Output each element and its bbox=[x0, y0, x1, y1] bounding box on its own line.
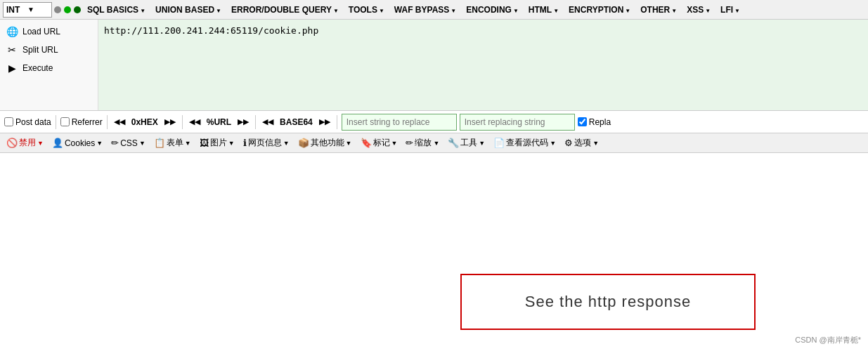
url-container bbox=[98, 20, 868, 110]
options-label: 选项 bbox=[574, 137, 591, 149]
sidebar: 🌐 Load URL ✂ Split URL ▶ Execute bbox=[0, 20, 98, 110]
execute-label: Execute bbox=[22, 63, 53, 73]
browser-btn-css[interactable]: ✏ CSS ▼ bbox=[108, 136, 149, 150]
dot-gray bbox=[54, 6, 61, 13]
marks-icon: 🔖 bbox=[361, 138, 372, 148]
forms-arrow: ▼ bbox=[185, 140, 191, 147]
options-bar: Post data Referrer ◀◀ 0xHEX ▶▶ ◀◀ %URL ▶… bbox=[0, 111, 868, 133]
hex-label: 0xHEX bbox=[130, 117, 160, 127]
menu-waf-bypass[interactable]: WAF BYPASS bbox=[390, 4, 460, 16]
browser-btn-zoom[interactable]: ✏ 缩放 ▼ bbox=[402, 135, 443, 150]
options-icon: ⚙ bbox=[564, 138, 573, 148]
marks-label: 标记 bbox=[373, 137, 390, 149]
browser-btn-viewsource[interactable]: 📄 查看源代码 ▼ bbox=[490, 135, 559, 150]
url-left-arrow-icon: ◀◀ bbox=[189, 117, 200, 126]
forms-label: 表单 bbox=[167, 137, 183, 149]
replace-checkbox-label[interactable]: Repla bbox=[578, 117, 611, 127]
browser-btn-options[interactable]: ⚙ 选项 ▼ bbox=[561, 135, 602, 150]
browser-btn-tools[interactable]: 🔧 工具 ▼ bbox=[444, 135, 488, 150]
replace-checkbox[interactable] bbox=[578, 117, 587, 126]
browser-btn-marks[interactable]: 🔖 标记 ▼ bbox=[357, 135, 401, 150]
sidebar-item-load-url[interactable]: 🌐 Load URL bbox=[0, 22, 98, 41]
zoom-arrow: ▼ bbox=[433, 140, 439, 147]
viewsource-arrow: ▼ bbox=[550, 140, 556, 147]
tools-arrow: ▼ bbox=[479, 140, 485, 147]
int-select[interactable]: INT ▼ bbox=[3, 2, 52, 18]
dot-darkgreen bbox=[74, 6, 81, 13]
insert-string-field[interactable] bbox=[342, 114, 457, 131]
zoom-icon: ✏ bbox=[406, 138, 413, 148]
hex-left-arrow-icon: ◀◀ bbox=[114, 117, 125, 126]
css-label: CSS bbox=[120, 138, 138, 148]
post-data-checkbox-label[interactable]: Post data bbox=[4, 117, 51, 127]
base64-right-arrow-icon: ▶▶ bbox=[319, 117, 330, 126]
disable-label: 禁用 bbox=[19, 137, 36, 149]
images-icon: 🖼 bbox=[200, 138, 209, 148]
zoom-label: 缩放 bbox=[415, 137, 432, 149]
base64-left-arrow[interactable]: ◀◀ bbox=[260, 117, 276, 127]
url-input[interactable] bbox=[101, 22, 865, 107]
post-data-checkbox[interactable] bbox=[4, 117, 13, 126]
sep1 bbox=[56, 115, 56, 129]
load-url-icon: 🌐 bbox=[6, 25, 18, 38]
referrer-label: Referrer bbox=[72, 117, 103, 127]
referrer-checkbox[interactable] bbox=[60, 117, 70, 126]
sidebar-item-execute[interactable]: ▶ Execute bbox=[0, 59, 98, 77]
hex-right-arrow-icon: ▶▶ bbox=[164, 117, 176, 126]
menu-encryption[interactable]: ENCRYPTION bbox=[564, 4, 635, 16]
url-right-arrow[interactable]: ▶▶ bbox=[235, 117, 251, 127]
menu-union-based[interactable]: UNION BASED bbox=[151, 4, 226, 16]
menu-error-double[interactable]: ERROR/DOUBLE QUERY bbox=[227, 4, 343, 16]
disable-arrow: ▼ bbox=[37, 140, 44, 147]
other-label: 其他功能 bbox=[311, 137, 344, 149]
menu-other[interactable]: OTHER bbox=[636, 4, 681, 16]
forms-icon: 📋 bbox=[154, 138, 165, 148]
hex-left-arrow[interactable]: ◀◀ bbox=[112, 117, 127, 127]
images-arrow: ▼ bbox=[228, 140, 235, 147]
browser-btn-cookies[interactable]: 👤 Cookies ▼ bbox=[48, 136, 106, 150]
browser-btn-other[interactable]: 📦 其他功能 ▼ bbox=[294, 135, 356, 150]
post-data-label: Post data bbox=[15, 117, 51, 127]
sep4 bbox=[255, 115, 256, 129]
hex-right-arrow[interactable]: ▶▶ bbox=[162, 117, 178, 127]
menu-sql-basics[interactable]: SQL BASICS bbox=[83, 4, 150, 16]
split-url-icon: ✂ bbox=[6, 44, 18, 56]
menu-xss[interactable]: XSS bbox=[682, 4, 715, 16]
replace-label: Repla bbox=[589, 117, 611, 127]
referrer-checkbox-label[interactable]: Referrer bbox=[60, 117, 103, 127]
browser-btn-pageinfo[interactable]: ℹ 网页信息 ▼ bbox=[240, 135, 293, 150]
sep5 bbox=[337, 115, 337, 129]
int-dropdown-arrow[interactable]: ▼ bbox=[27, 6, 48, 13]
css-arrow: ▼ bbox=[139, 140, 145, 147]
tools-icon: 🔧 bbox=[448, 138, 459, 148]
menu-html[interactable]: HTML bbox=[524, 4, 563, 16]
viewsource-label: 查看源代码 bbox=[506, 137, 548, 149]
split-url-label: Split URL bbox=[22, 45, 58, 55]
content-area: See the http response CSDN @南岸青栀* bbox=[0, 153, 868, 351]
cookies-label: Cookies bbox=[65, 138, 95, 148]
options-arrow: ▼ bbox=[592, 140, 599, 147]
sidebar-item-split-url[interactable]: ✂ Split URL bbox=[0, 41, 98, 59]
menu-encoding[interactable]: ENCODING bbox=[462, 4, 523, 16]
load-url-label: Load URL bbox=[22, 27, 60, 37]
watermark: CSDN @南岸青栀* bbox=[795, 335, 861, 345]
browser-btn-forms[interactable]: 📋 表单 ▼ bbox=[150, 135, 195, 150]
browser-btn-disable[interactable]: 🚫 禁用 ▼ bbox=[3, 135, 47, 150]
pageinfo-arrow: ▼ bbox=[283, 140, 290, 147]
url-left-arrow[interactable]: ◀◀ bbox=[187, 117, 202, 127]
menu-lfi[interactable]: LFI bbox=[716, 4, 744, 16]
insert-replacing-field[interactable] bbox=[460, 114, 575, 131]
base64-right-arrow[interactable]: ▶▶ bbox=[317, 117, 332, 127]
top-menubar: INT ▼ SQL BASICS UNION BASED ERROR/DOUBL… bbox=[0, 0, 868, 20]
cookies-icon: 👤 bbox=[52, 138, 63, 148]
dot-green bbox=[64, 6, 71, 13]
base64-label: BASE64 bbox=[278, 117, 314, 127]
http-response-box[interactable]: See the http response bbox=[460, 274, 756, 330]
menu-tools[interactable]: TOOLS bbox=[344, 4, 389, 16]
sep3 bbox=[182, 115, 183, 129]
browser-btn-images[interactable]: 🖼 图片 ▼ bbox=[196, 135, 238, 150]
css-icon: ✏ bbox=[111, 138, 119, 148]
other-arrow: ▼ bbox=[346, 140, 352, 147]
images-label: 图片 bbox=[210, 137, 227, 149]
execute-icon: ▶ bbox=[6, 62, 18, 74]
